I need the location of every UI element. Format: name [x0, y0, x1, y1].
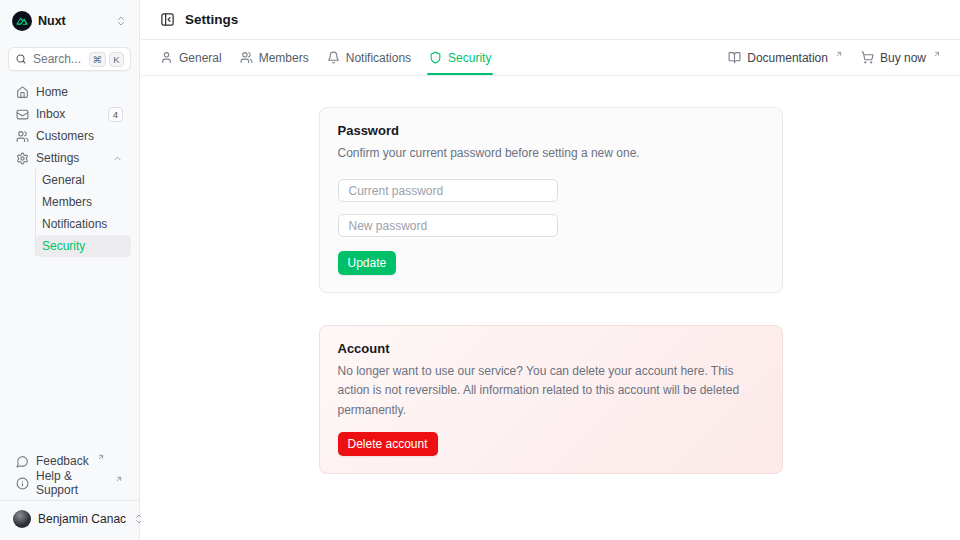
sidebar-item-help-support[interactable]: Help & Support — [8, 472, 131, 494]
search-icon — [15, 53, 27, 65]
settings-tabbar: General Members Notifications Security — [141, 40, 960, 76]
tab-label: Members — [259, 51, 309, 65]
search-input[interactable]: Search... ⌘ K — [8, 47, 131, 71]
user-menu[interactable]: Benjamin Canac — [8, 506, 131, 532]
user-name: Benjamin Canac — [38, 512, 126, 526]
settings-security-content: Password Confirm your current password b… — [141, 76, 960, 540]
sidebar-item-label: Security — [42, 239, 85, 253]
link-label: Buy now — [880, 51, 926, 65]
inbox-count-badge: 4 — [108, 107, 123, 122]
buy-now-link[interactable]: Buy now — [861, 51, 941, 65]
users-icon — [240, 51, 253, 64]
sidebar-item-members[interactable]: Members — [36, 191, 131, 213]
kbd-k: K — [109, 52, 124, 67]
chat-bubble-icon — [16, 455, 29, 468]
sidebar-item-customers[interactable]: Customers — [8, 125, 131, 147]
update-password-button[interactable]: Update — [338, 251, 397, 275]
sidebar-item-notifications[interactable]: Notifications — [36, 213, 131, 235]
password-card-title: Password — [338, 123, 764, 138]
sidebar-item-label: Settings — [36, 151, 79, 165]
info-circle-icon — [16, 477, 29, 490]
sidebar-item-label: Members — [42, 195, 92, 209]
bell-icon — [327, 51, 340, 64]
sidebar-item-general[interactable]: General — [36, 169, 131, 191]
sidebar-item-label: Customers — [36, 129, 94, 143]
sidebar-item-label: Home — [36, 85, 68, 99]
sidebar: Nuxt Search... ⌘ K Home — [0, 0, 140, 540]
external-link-icon — [115, 475, 123, 483]
kbd-command: ⌘ — [89, 52, 107, 67]
sidebar-footer: Feedback Help & Support Benjamin Canac — [8, 450, 131, 532]
new-password-field[interactable] — [338, 214, 558, 237]
avatar — [13, 510, 31, 528]
tab-members[interactable]: Members — [240, 40, 309, 75]
account-card-title: Account — [338, 341, 764, 356]
search-placeholder: Search... — [33, 52, 81, 66]
workspace-name: Nuxt — [38, 14, 66, 28]
nuxt-logo-icon — [12, 11, 32, 31]
tab-label: General — [179, 51, 222, 65]
book-open-icon — [728, 51, 741, 64]
sidebar-item-label: Feedback — [36, 454, 89, 468]
external-link-icon — [835, 50, 843, 58]
app-window: Nuxt Search... ⌘ K Home — [0, 0, 960, 540]
sidebar-item-settings[interactable]: Settings — [8, 147, 131, 169]
inbox-icon — [16, 108, 29, 121]
sidebar-item-home[interactable]: Home — [8, 81, 131, 103]
link-label: Documentation — [747, 51, 828, 65]
account-card-description: No longer want to use our service? You c… — [338, 362, 764, 420]
sidebar-nav: Home Inbox 4 Customers Settings — [8, 81, 131, 257]
shield-icon — [429, 51, 442, 64]
password-card: Password Confirm your current password b… — [319, 107, 783, 293]
chevrons-up-down-icon — [115, 15, 127, 27]
collapse-sidebar-icon[interactable] — [160, 12, 175, 27]
sidebar-item-label: Inbox — [36, 107, 65, 121]
account-card: Account No longer want to use our servic… — [319, 325, 783, 474]
sidebar-item-label: General — [42, 173, 85, 187]
sidebar-item-security[interactable]: Security — [36, 235, 131, 257]
user-icon — [160, 51, 173, 64]
password-card-description: Confirm your current password before set… — [338, 144, 764, 163]
page-title: Settings — [185, 12, 238, 27]
delete-account-button[interactable]: Delete account — [338, 432, 438, 456]
external-link-icon — [97, 453, 105, 461]
settings-subnav: General Members Notifications Security — [35, 169, 131, 257]
gear-icon — [16, 152, 29, 165]
users-icon — [16, 130, 29, 143]
sidebar-item-inbox[interactable]: Inbox 4 — [8, 103, 131, 125]
shopping-cart-icon — [861, 51, 874, 64]
workspace-switcher[interactable]: Nuxt — [8, 8, 131, 34]
tab-notifications[interactable]: Notifications — [327, 40, 411, 75]
sidebar-item-label: Help & Support — [36, 469, 107, 497]
tab-security[interactable]: Security — [429, 40, 491, 75]
search-shortcut: ⌘ K — [89, 52, 125, 67]
tab-label: Security — [448, 51, 491, 65]
tab-label: Notifications — [346, 51, 411, 65]
tab-general[interactable]: General — [160, 40, 222, 75]
divider — [0, 500, 139, 501]
external-link-icon — [933, 50, 941, 58]
documentation-link[interactable]: Documentation — [728, 51, 843, 65]
page-header: Settings — [141, 0, 960, 40]
home-icon — [16, 86, 29, 99]
current-password-field[interactable] — [338, 179, 558, 202]
main-panel: Settings General Members Notifications — [141, 0, 960, 540]
sidebar-item-label: Notifications — [42, 217, 107, 231]
chevron-up-icon — [112, 153, 123, 164]
